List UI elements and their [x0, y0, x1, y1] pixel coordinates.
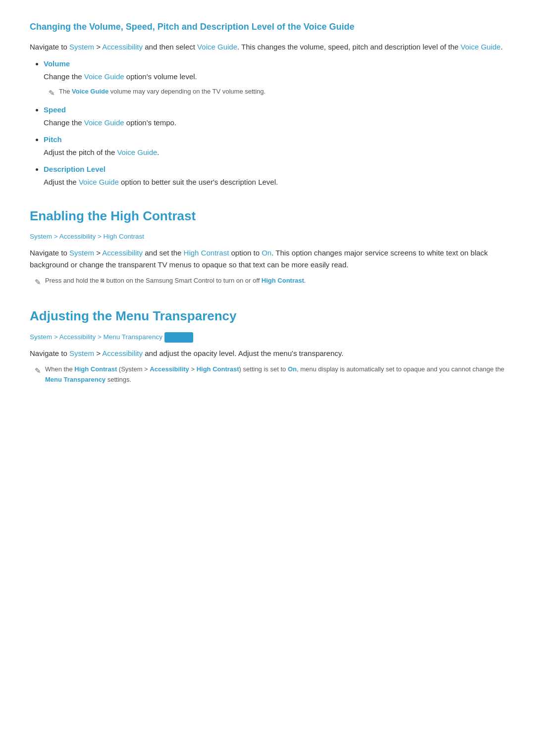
intro-text-after: . This changes the volume, speed, pitch …	[237, 43, 461, 51]
s2-accessibility-link[interactable]: Accessibility	[102, 249, 143, 257]
section3-note-icon: ✎	[35, 365, 41, 377]
section2-note-icon: ✎	[35, 276, 41, 288]
s3-breadcrumb-accessibility[interactable]: Accessibility	[59, 333, 96, 341]
desc-level-voiceguide-link[interactable]: Voice Guide	[79, 178, 119, 186]
s2-on-link[interactable]: On	[262, 249, 271, 257]
pitch-voiceguide-link[interactable]: Voice Guide	[117, 148, 157, 156]
try-now-badge[interactable]: Try Now	[164, 332, 193, 343]
section2-note-text: Press and hold the ⊠ button on the Samsu…	[45, 276, 306, 286]
section1-intro: Navigate to System > Accessibility and t…	[30, 41, 505, 53]
list-item-description-level: Description Level Adjust the Voice Guide…	[44, 163, 505, 188]
intro-text-mid: and then select	[143, 43, 197, 51]
section2-body: Navigate to System > Accessibility and s…	[30, 247, 505, 271]
intro-voiceguide2-link[interactable]: Voice Guide	[461, 43, 501, 51]
section2-title: Enabling the High Contrast	[30, 206, 505, 227]
speed-desc: Change the Voice Guide option's tempo.	[44, 117, 505, 129]
description-level-title: Description Level	[44, 165, 106, 173]
breadcrumb-system[interactable]: System	[30, 233, 52, 240]
s2-high-contrast-link[interactable]: High Contrast	[184, 249, 229, 257]
intro-text-before: Navigate to	[30, 43, 69, 51]
intro-accessibility-link[interactable]: Accessibility	[102, 43, 143, 51]
s3-note-paren-hc-link[interactable]: High Contrast	[197, 365, 239, 373]
volume-title: Volume	[44, 59, 70, 68]
breadcrumb-sep1: >	[52, 233, 59, 240]
s3-note-hc-link[interactable]: High Contrast	[74, 365, 117, 373]
s3-breadcrumb-sep2: >	[96, 333, 103, 341]
section3-note: ✎ When the High Contrast (System > Acces…	[35, 364, 505, 385]
speed-title: Speed	[44, 105, 66, 114]
s2-note-hc-link[interactable]: High Contrast	[262, 277, 304, 284]
volume-voiceguide-link[interactable]: Voice Guide	[84, 72, 124, 81]
s3-breadcrumb-sep1: >	[52, 333, 59, 341]
section3-note-text: When the High Contrast (System > Accessi…	[45, 364, 505, 385]
section3-title: Adjusting the Menu Transparency	[30, 306, 505, 327]
section1-title: Changing the Volume, Speed, Pitch and De…	[30, 20, 505, 34]
pitch-title: Pitch	[44, 135, 62, 144]
s3-accessibility-link[interactable]: Accessibility	[102, 349, 143, 357]
section2: Enabling the High Contrast System > Acce…	[30, 206, 505, 288]
breadcrumb-sep2: >	[96, 233, 103, 240]
intro-system-link[interactable]: System	[69, 43, 94, 51]
breadcrumb-accessibility[interactable]: Accessibility	[59, 233, 96, 240]
volume-note-icon: ✎	[49, 87, 55, 99]
description-level-desc: Adjust the Voice Guide option to better …	[44, 176, 505, 188]
s2-system-link[interactable]: System	[69, 249, 94, 257]
section3-breadcrumb: System > Accessibility > Menu Transparen…	[30, 332, 505, 343]
volume-note-text: The Voice Guide volume may vary dependin…	[59, 87, 266, 97]
volume-note: ✎ The Voice Guide volume may vary depend…	[49, 87, 505, 99]
s3-breadcrumb-menu-transparency[interactable]: Menu Transparency	[104, 333, 162, 341]
volume-desc: Change the Voice Guide option's volume l…	[44, 71, 505, 83]
s3-note-on-link[interactable]: On	[288, 365, 297, 373]
intro-period: .	[501, 43, 503, 51]
intro-sep1: >	[94, 43, 102, 51]
speed-voiceguide-link[interactable]: Voice Guide	[84, 118, 124, 127]
s3-system-link[interactable]: System	[69, 349, 94, 357]
section2-note: ✎ Press and hold the ⊠ button on the Sam…	[35, 276, 505, 288]
section3: Adjusting the Menu Transparency System >…	[30, 306, 505, 385]
list-item-volume: Volume Change the Voice Guide option's v…	[44, 58, 505, 99]
list-item-speed: Speed Change the Voice Guide option's te…	[44, 104, 505, 129]
breadcrumb-high-contrast[interactable]: High Contrast	[104, 233, 145, 240]
section1: Changing the Volume, Speed, Pitch and De…	[30, 20, 505, 188]
s3-note-paren-accessibility-link[interactable]: Accessibility	[150, 365, 189, 373]
list-item-pitch: Pitch Adjust the pitch of the Voice Guid…	[44, 134, 505, 158]
section3-body: Navigate to System > Accessibility and a…	[30, 348, 505, 359]
s3-note-mt-link[interactable]: Menu Transparency	[45, 376, 106, 383]
section2-breadcrumb: System > Accessibility > High Contrast	[30, 231, 505, 242]
button-icon: ⊠	[101, 277, 105, 284]
pitch-desc: Adjust the pitch of the Voice Guide.	[44, 147, 505, 158]
s3-breadcrumb-system[interactable]: System	[30, 333, 52, 341]
volume-note-link[interactable]: Voice Guide	[72, 88, 108, 95]
section1-list: Volume Change the Voice Guide option's v…	[44, 58, 505, 188]
intro-voiceguide-link[interactable]: Voice Guide	[197, 43, 237, 51]
